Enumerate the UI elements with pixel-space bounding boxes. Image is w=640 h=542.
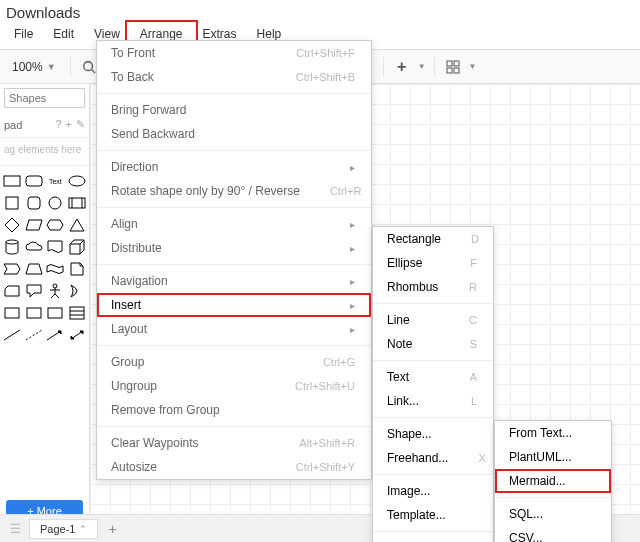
svg-point-0: [83, 61, 92, 70]
shape-palette: Text: [0, 166, 89, 350]
shape-trapezoid[interactable]: [24, 260, 44, 278]
menu-to-back[interactable]: To BackCtrl+Shift+B: [97, 65, 371, 89]
shape-note[interactable]: [67, 260, 87, 278]
edit-icon[interactable]: ✎: [76, 118, 85, 131]
svg-rect-3: [454, 61, 459, 66]
shape-frame[interactable]: [2, 304, 22, 322]
menu-insert[interactable]: Insert▸: [97, 293, 371, 317]
advanced-from-text[interactable]: From Text...: [495, 421, 611, 445]
add-icon[interactable]: +: [392, 57, 412, 77]
menu-navigation[interactable]: Navigation▸: [97, 269, 371, 293]
svg-rect-4: [447, 68, 452, 73]
scratchpad-hint: ag elements here: [0, 138, 89, 166]
insert-line[interactable]: LineC: [373, 308, 493, 332]
menu-group[interactable]: GroupCtrl+G: [97, 350, 371, 374]
svg-point-22: [53, 284, 57, 288]
insert-link[interactable]: Link...L: [373, 389, 493, 413]
menu-send-backward[interactable]: Send Backward: [97, 122, 371, 146]
insert-ellipse[interactable]: EllipseF: [373, 251, 493, 275]
shape-step[interactable]: [2, 260, 22, 278]
shape-process[interactable]: [67, 194, 87, 212]
plus-icon[interactable]: +: [66, 118, 72, 131]
shape-frame3[interactable]: [46, 304, 66, 322]
menu-ungroup[interactable]: UngroupCtrl+Shift+U: [97, 374, 371, 398]
shape-or[interactable]: [67, 282, 87, 300]
arrange-menu: To FrontCtrl+Shift+F To BackCtrl+Shift+B…: [96, 40, 372, 480]
shape-document[interactable]: [46, 238, 66, 256]
menu-edit[interactable]: Edit: [43, 23, 84, 45]
shape-cube[interactable]: [67, 238, 87, 256]
svg-rect-27: [5, 308, 19, 318]
menu-autosize[interactable]: AutosizeCtrl+Shift+Y: [97, 455, 371, 479]
insert-freehand[interactable]: Freehand...X: [373, 446, 493, 470]
tab-page-1[interactable]: Page-1 ⌃: [29, 519, 98, 539]
chevron-up-icon: ⌃: [79, 524, 87, 534]
shape-arrow2[interactable]: [67, 326, 87, 344]
menu-distribute[interactable]: Distribute▸: [97, 236, 371, 260]
shape-hexagon[interactable]: [46, 216, 66, 234]
sidebar: pad ? + ✎ ag elements here Text: [0, 84, 90, 540]
shape-triangle[interactable]: [67, 216, 87, 234]
insert-rectangle[interactable]: RectangleD: [373, 227, 493, 251]
svg-marker-20: [4, 264, 20, 274]
shape-arrow1[interactable]: [46, 326, 66, 344]
zoom-dropdown[interactable]: 100% ▼: [6, 58, 62, 76]
shape-cylinder[interactable]: [2, 238, 22, 256]
advanced-plantuml[interactable]: PlantUML...: [495, 445, 611, 469]
insert-rhombus[interactable]: RhombusR: [373, 275, 493, 299]
shape-list[interactable]: [67, 304, 87, 322]
shape-square[interactable]: [2, 194, 22, 212]
svg-rect-6: [4, 176, 20, 186]
svg-point-19: [6, 240, 18, 244]
shape-cloud[interactable]: [24, 238, 44, 256]
search-shapes-input[interactable]: [4, 88, 85, 108]
insert-template[interactable]: Template...: [373, 503, 493, 527]
svg-marker-17: [47, 220, 63, 230]
menu-direction[interactable]: Direction▸: [97, 155, 371, 179]
scratchpad-label: pad: [4, 119, 22, 131]
menu-remove-from-group[interactable]: Remove from Group: [97, 398, 371, 422]
advanced-mermaid[interactable]: Mermaid...: [495, 469, 611, 493]
menu-clear-waypoints[interactable]: Clear WaypointsAlt+Shift+R: [97, 431, 371, 455]
menu-to-front[interactable]: To FrontCtrl+Shift+F: [97, 41, 371, 65]
insert-text[interactable]: TextA: [373, 365, 493, 389]
help-icon[interactable]: ?: [55, 118, 61, 131]
svg-point-11: [49, 197, 61, 209]
shape-text[interactable]: Text: [46, 172, 66, 190]
insert-note[interactable]: NoteS: [373, 332, 493, 356]
shape-rect[interactable]: [2, 172, 22, 190]
shape-dashline[interactable]: [24, 326, 44, 344]
shape-circle[interactable]: [46, 194, 66, 212]
menu-rotate[interactable]: Rotate shape only by 90° / ReverseCtrl+R: [97, 179, 371, 203]
shape-callout[interactable]: [24, 282, 44, 300]
menu-bring-forward[interactable]: Bring Forward: [97, 98, 371, 122]
menu-file[interactable]: File: [4, 23, 43, 45]
insert-image[interactable]: Image...: [373, 479, 493, 503]
shape-tape[interactable]: [46, 260, 66, 278]
advanced-csv[interactable]: CSV...: [495, 526, 611, 542]
menu-align[interactable]: Align▸: [97, 212, 371, 236]
chevron-down-icon: ▼: [47, 62, 56, 72]
grid-icon[interactable]: [443, 57, 463, 77]
shape-actor[interactable]: [46, 282, 66, 300]
add-tab-button[interactable]: +: [102, 521, 122, 537]
insert-shape[interactable]: Shape...: [373, 422, 493, 446]
insert-layout[interactable]: Layout▸: [373, 536, 493, 542]
shape-line[interactable]: [2, 326, 22, 344]
shape-card[interactable]: [2, 282, 22, 300]
menu-layout[interactable]: Layout▸: [97, 317, 371, 341]
svg-rect-5: [454, 68, 459, 73]
shape-parallelogram[interactable]: [24, 216, 44, 234]
shape-frame2[interactable]: [24, 304, 44, 322]
shape-roundsquare[interactable]: [24, 194, 44, 212]
chevron-down-icon: ▼: [469, 62, 477, 71]
shape-ellipse[interactable]: [67, 172, 87, 190]
tab-label: Page-1: [40, 523, 75, 535]
tabs-menu-icon[interactable]: ☰: [6, 522, 25, 536]
svg-rect-10: [28, 197, 40, 209]
shape-rhombus[interactable]: [2, 216, 22, 234]
scratchpad-header[interactable]: pad ? + ✎: [0, 112, 89, 138]
advanced-sql[interactable]: SQL...: [495, 502, 611, 526]
svg-rect-2: [447, 61, 452, 66]
shape-roundrect[interactable]: [24, 172, 44, 190]
